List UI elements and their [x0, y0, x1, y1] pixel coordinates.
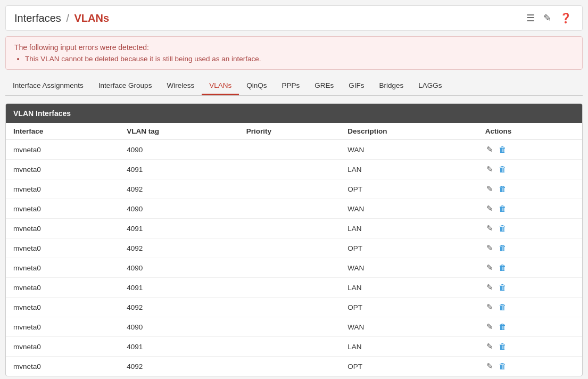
table-row: mvneta04090WAN✎🗑 [6, 140, 582, 160]
cell-interface: mvneta0 [6, 357, 119, 376]
tab-qinqs[interactable]: QinQs [239, 77, 274, 95]
edit-button[interactable]: ✎ [485, 203, 494, 215]
edit-icon: ✎ [486, 302, 493, 311]
edit-icon: ✎ [486, 204, 493, 213]
cell-actions: ✎🗑 [478, 199, 582, 219]
actions-cell: ✎🗑 [485, 144, 575, 155]
cell-priority [239, 199, 340, 219]
table-body: mvneta04090WAN✎🗑mvneta04091LAN✎🗑mvneta04… [6, 140, 582, 376]
cell-vlan-tag: 4090 [119, 140, 239, 160]
header-bar: Interfaces / VLANs ☰ ✎ ❓ [5, 5, 583, 31]
edit-button[interactable]: ✎ [485, 223, 494, 234]
edit-button[interactable]: ✎ [485, 183, 494, 195]
tab-laggs[interactable]: LAGGs [411, 77, 449, 95]
table-header-row: InterfaceVLAN tagPriorityDescriptionActi… [6, 123, 582, 140]
cell-description: LAN [340, 337, 478, 357]
edit-icon: ✎ [486, 224, 493, 233]
edit-button[interactable]: ✎ [485, 282, 494, 293]
tab-gres[interactable]: GREs [307, 77, 341, 95]
cell-vlan-tag: 4090 [119, 258, 239, 278]
tab-vlans[interactable]: VLANs [202, 77, 239, 95]
delete-icon: 🗑 [499, 322, 507, 331]
cell-description: WAN [340, 317, 478, 337]
cell-interface: mvneta0 [6, 238, 119, 258]
delete-button[interactable]: 🗑 [498, 341, 508, 352]
help-icon: ❓ [560, 13, 572, 23]
delete-icon: 🗑 [499, 145, 507, 154]
edit-icon: ✎ [486, 263, 493, 272]
cell-priority [239, 140, 340, 160]
table-row: mvneta04092OPT✎🗑 [6, 179, 582, 199]
delete-button[interactable]: 🗑 [498, 321, 508, 333]
tab-interface-assignments[interactable]: Interface Assignments [5, 77, 91, 95]
table-row: mvneta04091LAN✎🗑 [6, 219, 582, 238]
tab-bridges[interactable]: Bridges [371, 77, 411, 95]
error-title: The following input errors were detected… [14, 43, 574, 52]
table-row: mvneta04090WAN✎🗑 [6, 317, 582, 337]
delete-button[interactable]: 🗑 [498, 163, 508, 175]
cell-interface: mvneta0 [6, 317, 119, 337]
cell-priority [239, 160, 340, 179]
settings-icon-button[interactable]: ☰ [524, 11, 537, 25]
edit-button[interactable]: ✎ [485, 144, 494, 155]
vlan-table-container: VLAN Interfaces InterfaceVLAN tagPriorit… [5, 103, 583, 376]
cell-interface: mvneta0 [6, 179, 119, 199]
edit-icon: ✎ [486, 184, 493, 193]
tab-gifs[interactable]: GIFs [341, 77, 371, 95]
page-title: Interfaces / VLANs [14, 12, 109, 24]
edit-button[interactable]: ✎ [485, 262, 494, 274]
error-list: This VLAN cannot be deleted because it i… [14, 55, 574, 63]
cell-vlan-tag: 4091 [119, 219, 239, 238]
col-header-actions: Actions [478, 123, 582, 140]
help-icon-button[interactable]: ❓ [558, 11, 574, 25]
edit-button[interactable]: ✎ [485, 341, 494, 352]
edit-icon: ✎ [486, 164, 493, 174]
cell-vlan-tag: 4092 [119, 179, 239, 199]
table-row: mvneta04091LAN✎🗑 [6, 160, 582, 179]
cell-priority [239, 317, 340, 337]
actions-cell: ✎🗑 [485, 223, 575, 234]
settings-icon: ☰ [526, 13, 535, 23]
cell-vlan-tag: 4092 [119, 298, 239, 317]
delete-button[interactable]: 🗑 [498, 223, 508, 234]
tab-ppps[interactable]: PPPs [274, 77, 307, 95]
cell-actions: ✎🗑 [478, 238, 582, 258]
cell-interface: mvneta0 [6, 337, 119, 357]
delete-button[interactable]: 🗑 [498, 282, 508, 293]
actions-cell: ✎🗑 [485, 301, 575, 313]
delete-icon: 🗑 [499, 164, 507, 174]
cell-vlan-tag: 4091 [119, 337, 239, 357]
delete-button[interactable]: 🗑 [498, 262, 508, 274]
delete-button[interactable]: 🗑 [498, 242, 508, 254]
cell-priority [239, 337, 340, 357]
col-header-priority: Priority [239, 123, 340, 140]
cell-actions: ✎🗑 [478, 317, 582, 337]
chart-icon-button[interactable]: ✎ [541, 11, 553, 25]
delete-button[interactable]: 🗑 [498, 183, 508, 195]
cell-actions: ✎🗑 [478, 179, 582, 199]
edit-button[interactable]: ✎ [485, 242, 494, 254]
cell-priority [239, 219, 340, 238]
edit-button[interactable]: ✎ [485, 321, 494, 333]
edit-button[interactable]: ✎ [485, 301, 494, 313]
cell-description: WAN [340, 258, 478, 278]
cell-priority [239, 258, 340, 278]
tab-wireless[interactable]: Wireless [159, 77, 202, 95]
tab-interface-groups[interactable]: Interface Groups [91, 77, 160, 95]
actions-cell: ✎🗑 [485, 360, 575, 372]
cell-interface: mvneta0 [6, 219, 119, 238]
delete-button[interactable]: 🗑 [498, 203, 508, 215]
cell-description: OPT [340, 298, 478, 317]
delete-button[interactable]: 🗑 [498, 144, 508, 155]
cell-actions: ✎🗑 [478, 160, 582, 179]
edit-icon: ✎ [486, 283, 493, 292]
cell-vlan-tag: 4090 [119, 199, 239, 219]
delete-button[interactable]: 🗑 [498, 301, 508, 313]
edit-icon: ✎ [486, 243, 493, 252]
edit-button[interactable]: ✎ [485, 163, 494, 175]
cell-vlan-tag: 4090 [119, 317, 239, 337]
delete-button[interactable]: 🗑 [498, 360, 508, 372]
edit-button[interactable]: ✎ [485, 360, 494, 372]
col-header-vlan-tag: VLAN tag [119, 123, 239, 140]
cell-actions: ✎🗑 [478, 278, 582, 298]
